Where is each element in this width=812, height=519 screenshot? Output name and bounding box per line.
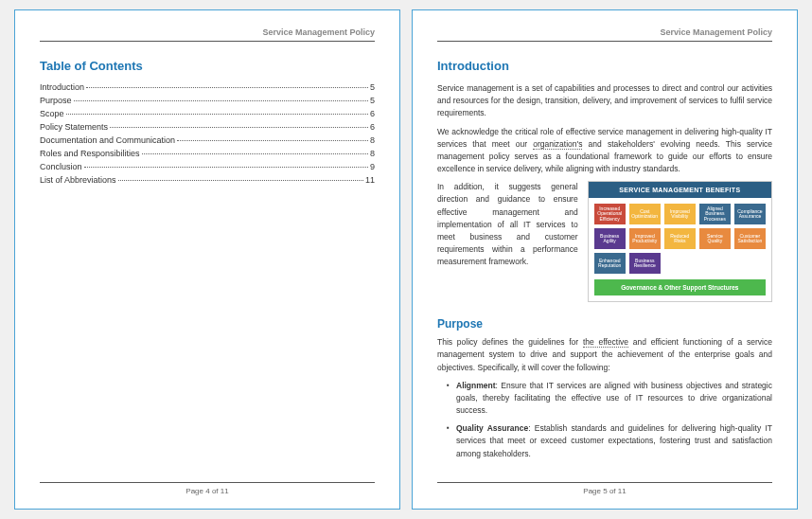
- toc-leader: [86, 87, 368, 88]
- benefits-header: SERVICE MANAGEMENT BENEFITS: [589, 182, 771, 198]
- toc-leader: [177, 140, 368, 141]
- intro-p2-link[interactable]: organization's: [533, 139, 582, 150]
- page-footer-right: Page 5 of 11: [437, 483, 772, 495]
- intro-paragraph-1: Service management is a set of capabilit…: [437, 82, 772, 120]
- purpose-title: Purpose: [437, 317, 772, 331]
- benefit-box: Increased Operational Efficiency: [594, 204, 626, 224]
- toc-leader: [118, 180, 363, 181]
- intro-paragraph-3: In addition, it suggests general directi…: [437, 181, 578, 302]
- toc-label: Documentation and Communication: [40, 135, 175, 145]
- toc-leader: [142, 153, 368, 154]
- purpose-intro: This policy defines the guidelines for t…: [437, 336, 772, 374]
- toc-page-num: 5: [370, 82, 375, 92]
- benefit-box: Aligned Business Processes: [699, 204, 731, 224]
- bullet-desc: : Ensure that IT services are aligned wi…: [456, 381, 772, 415]
- page-footer-left: Page 4 of 11: [40, 483, 375, 495]
- benefits-graphic: SERVICE MANAGEMENT BENEFITS Increased Op…: [588, 181, 772, 302]
- benefit-box: Service Quality: [699, 228, 731, 249]
- toc-entry[interactable]: Scope 6: [40, 109, 375, 118]
- page-right: Service Management Policy Introduction S…: [412, 9, 798, 510]
- toc-label: Introduction: [40, 82, 84, 92]
- purpose-intro-pre: This policy defines the guidelines for: [437, 337, 583, 347]
- benefit-box: Improved Visibility: [664, 204, 696, 224]
- toc-entry[interactable]: Roles and Responsibilities 8: [40, 149, 375, 158]
- toc-entry[interactable]: Documentation and Communication 8: [40, 135, 375, 145]
- benefit-box: Improved Productivity: [629, 228, 661, 249]
- purpose-bullet: Alignment: Ensure that IT services are a…: [447, 380, 772, 418]
- toc-label: Scope: [40, 109, 64, 118]
- benefit-box: Cost Optimization: [629, 204, 661, 224]
- toc-title: Table of Contents: [40, 59, 375, 73]
- toc-entry[interactable]: Introduction 5: [40, 82, 375, 92]
- toc-page-num: 11: [365, 175, 375, 185]
- intro-paragraph-2: We acknowledge the critical role of effe…: [437, 126, 772, 176]
- page-header-right: Service Management Policy: [437, 27, 772, 41]
- page-spread: Service Management Policy Table of Conte…: [14, 9, 798, 510]
- toc-label: Policy Statements: [40, 122, 108, 132]
- toc-page-num: 8: [370, 135, 375, 145]
- benefit-box: Compliance Assurance: [734, 204, 766, 224]
- toc-leader: [84, 167, 368, 168]
- bullet-term: Alignment: [456, 381, 496, 390]
- toc-page-num: 6: [370, 122, 375, 132]
- benefit-box: Enhanced Reputation: [594, 253, 626, 274]
- page-left: Service Management Policy Table of Conte…: [14, 9, 400, 510]
- toc-entry[interactable]: Purpose 5: [40, 96, 375, 105]
- header-rule: [437, 41, 772, 42]
- toc-leader: [74, 100, 368, 101]
- toc-leader: [110, 127, 368, 128]
- toc-label: Purpose: [40, 96, 72, 105]
- toc-entry[interactable]: List of Abbreviations 11: [40, 175, 375, 185]
- toc-page-num: 9: [370, 162, 375, 171]
- intro-wrap-section: In addition, it suggests general directi…: [437, 181, 772, 302]
- page-header-left: Service Management Policy: [40, 27, 375, 41]
- purpose-intro-link[interactable]: the effective: [583, 337, 628, 348]
- toc-page-num: 8: [370, 149, 375, 158]
- introduction-title: Introduction: [437, 59, 772, 73]
- benefit-box: Business Resilience: [629, 253, 661, 274]
- toc-page-num: 6: [370, 109, 375, 118]
- toc-label: Roles and Responsibilities: [40, 149, 140, 158]
- toc-page-num: 5: [370, 96, 375, 105]
- toc-entry[interactable]: Conclusion 9: [40, 162, 375, 171]
- benefit-box: Business Agility: [594, 228, 626, 249]
- bullet-term: Quality Assurance: [456, 423, 528, 433]
- benefit-box: Customer Satisfaction: [734, 228, 766, 249]
- header-rule: [40, 41, 375, 42]
- purpose-bullet: Quality Assurance: Establish standards a…: [447, 422, 772, 460]
- benefit-box: Reduced Risks: [664, 228, 696, 249]
- benefits-grid: Increased Operational Efficiency Cost Op…: [589, 198, 771, 279]
- purpose-bullet-list: Alignment: Ensure that IT services are a…: [437, 380, 772, 466]
- toc-leader: [66, 114, 368, 115]
- toc-label: List of Abbreviations: [40, 175, 116, 185]
- benefits-footer: Governance & Other Support Structures: [594, 279, 766, 295]
- toc-entry[interactable]: Policy Statements 6: [40, 122, 375, 132]
- toc-label: Conclusion: [40, 162, 82, 171]
- toc-list: Introduction 5 Purpose 5 Scope 6 Policy …: [40, 82, 375, 188]
